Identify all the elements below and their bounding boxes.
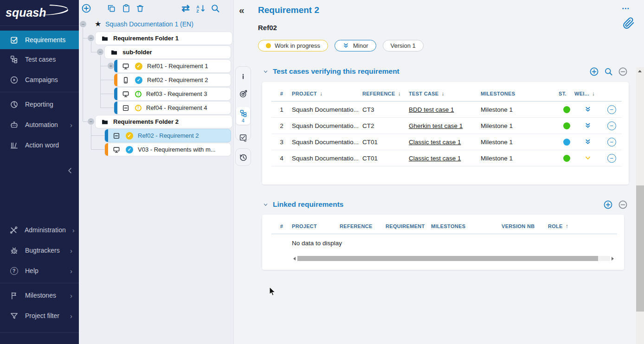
add-button[interactable] <box>80 2 92 14</box>
collapse-toggle[interactable]: − <box>80 21 86 27</box>
column-header[interactable]: PROJECT↓ <box>292 90 362 97</box>
test-case-link[interactable]: Gherkin test case 1 <box>409 122 463 129</box>
status-icon: ✓ <box>126 146 133 153</box>
verifying-test-cases-tab-active[interactable]: 4 <box>236 107 250 125</box>
column-header[interactable]: WEI...↓ <box>574 90 601 97</box>
column-header[interactable]: REFERENCE <box>340 223 386 229</box>
sidebar-item-action-word[interactable]: Action word <box>0 135 79 155</box>
more-menu-button[interactable]: ••• <box>622 6 630 11</box>
column-header[interactable]: REFERENCE↓ <box>362 90 409 97</box>
collapse-sidebar-button[interactable] <box>66 166 74 175</box>
scrollbar-track[interactable] <box>297 256 610 261</box>
monitor-icon <box>122 63 129 70</box>
scrollbar-thumb[interactable] <box>636 185 644 312</box>
sidebar-item-milestones[interactable]: Milestones › <box>0 285 79 306</box>
copy-button[interactable] <box>105 2 117 14</box>
remove-all-button[interactable] <box>618 67 628 76</box>
project-label: Squash Documentation 1 (EN) <box>105 20 193 28</box>
column-header[interactable]: ST. <box>559 91 574 96</box>
sidebar-item-administration[interactable]: Administration › <box>0 220 79 240</box>
column-header[interactable]: TEST CASE↓ <box>409 90 481 97</box>
column-header[interactable]: MILESTONES <box>481 91 559 96</box>
squash-logo[interactable]: squash <box>0 0 79 26</box>
horizontal-scrollbar[interactable] <box>293 255 614 261</box>
section-collapse-caret-icon[interactable] <box>262 68 269 75</box>
status-chip[interactable]: Work in progress <box>258 40 328 51</box>
unbind-test-case-button[interactable]: − <box>607 121 616 130</box>
tree-node-requirement[interactable]: ✓ V03 - Requirements with m... <box>105 143 231 156</box>
sidebar-item-automation[interactable]: Automation › <box>0 115 79 135</box>
scrollbar-thumb[interactable] <box>297 256 598 261</box>
column-header[interactable]: ROLE↑ <box>548 223 590 229</box>
transfer-icon[interactable]: ⇄ <box>180 2 192 14</box>
sidebar-item-help[interactable]: ? Help › <box>0 261 79 281</box>
scroll-left-arrow[interactable] <box>293 257 296 261</box>
column-header[interactable]: REQUIREMENT <box>386 223 431 229</box>
column-header[interactable]: # <box>271 223 292 229</box>
section-collapse-caret-icon[interactable] <box>262 201 269 208</box>
column-header[interactable]: PROJECT <box>292 223 340 229</box>
sidebar-item-campaigns[interactable]: Campaigns <box>0 70 79 90</box>
collapse-toggle[interactable]: − <box>88 118 94 125</box>
sidebar-item-bugtrackers[interactable]: Bugtrackers › <box>0 240 79 261</box>
collapse-toggle[interactable]: − <box>97 49 103 55</box>
empty-table-message: No data to display <box>292 240 617 247</box>
table-row[interactable]: 2 Squash Documentatio... CT2 Gherkin tes… <box>271 118 622 134</box>
weight-double-chevron-icon <box>574 122 601 129</box>
collapse-detail-button[interactable]: « <box>239 5 245 16</box>
column-header[interactable]: VERSION NB <box>502 223 548 229</box>
tree-node-requirement[interactable]: ! Ref04 - Requirement 4 <box>114 102 231 114</box>
column-header[interactable]: MILESTONES <box>431 223 502 229</box>
test-case-link[interactable]: Classic test case 1 <box>409 139 461 146</box>
coverage-target-icon[interactable] <box>239 89 248 98</box>
remove-linked-requirement-button[interactable] <box>618 200 628 210</box>
tree-node-requirement[interactable]: ! Ref03 - Requirement 3 <box>114 88 231 100</box>
sidebar-item-requirements[interactable]: Requirements <box>0 31 79 49</box>
vertical-scrollbar[interactable] <box>636 67 644 344</box>
status-icon: ✓ <box>126 132 133 140</box>
delete-button[interactable] <box>134 2 146 14</box>
attachments-paperclip-icon[interactable] <box>623 17 635 30</box>
unbind-test-case-button[interactable]: − <box>607 138 616 147</box>
page-title: Requirement 2 <box>258 5 319 15</box>
tree-node-folder[interactable]: sub-folder <box>105 46 231 58</box>
sort-button[interactable] <box>194 2 206 14</box>
expand-toggle[interactable]: + <box>108 63 114 69</box>
version-chip[interactable]: Version 1 <box>383 40 424 51</box>
tree-node-requirement[interactable]: ✓ Ref01 - Requirement 1 <box>114 60 231 72</box>
unbind-test-case-button[interactable]: − <box>607 154 616 163</box>
criticality-chip[interactable]: Minor <box>335 40 376 51</box>
search-button[interactable] <box>209 2 221 14</box>
sidebar-item-project-filter[interactable]: Project filter › <box>0 306 79 326</box>
sidebar-item-reporting[interactable]: Reporting <box>0 94 79 115</box>
table-row[interactable]: 1 Squash Documentatio... CT3 BDD test ca… <box>271 102 622 118</box>
minus-square-icon <box>113 132 120 140</box>
test-case-link[interactable]: Classic test case 1 <box>409 155 461 162</box>
test-case-link[interactable]: BDD test case 1 <box>409 106 454 113</box>
table-row[interactable]: 4 Squash Documentatio... CT01 Classic te… <box>271 150 622 166</box>
chevron-right-icon: › <box>70 121 72 128</box>
scroll-right-arrow[interactable] <box>612 257 614 261</box>
validation-checklist-icon[interactable] <box>239 134 247 142</box>
tree-node-folder[interactable]: Requirements Folder 1 <box>96 32 232 45</box>
tree-node-requirement[interactable]: ✓ Ref02 - Requirement 2 <box>114 74 231 86</box>
information-tab-icon[interactable] <box>239 72 247 81</box>
tree-icon <box>239 109 247 117</box>
column-header[interactable]: # <box>271 91 292 96</box>
play-circle-icon <box>9 76 19 84</box>
unbind-test-case-button[interactable]: − <box>607 105 616 114</box>
tree-node-folder[interactable]: Requirements Folder 2 <box>96 115 232 128</box>
add-linked-requirement-button[interactable] <box>603 200 613 210</box>
version-chip-label: Version 1 <box>391 42 416 49</box>
tree-node-label: Ref02 - Requirement 2 <box>147 76 208 83</box>
history-clock-icon[interactable] <box>239 153 248 162</box>
paste-button[interactable] <box>120 2 132 14</box>
tree-node-requirement-selected[interactable]: ✓ Ref02 - Requirement 2 <box>105 129 231 142</box>
sidebar-item-test-cases[interactable]: Test cases <box>0 49 79 70</box>
tree-connector <box>91 135 105 136</box>
scroll-up-arrow[interactable] <box>638 70 642 72</box>
table-row[interactable]: 3 Squash Documentatio... CT01 Classic te… <box>271 134 622 150</box>
collapse-toggle[interactable]: − <box>88 35 94 41</box>
add-test-case-button[interactable] <box>589 67 599 76</box>
search-test-case-button[interactable] <box>604 67 613 76</box>
